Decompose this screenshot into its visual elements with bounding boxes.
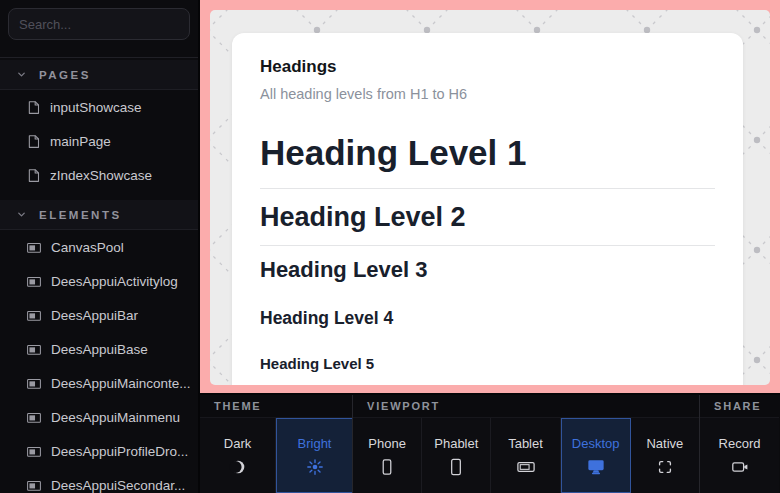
heading-h3: Heading Level 3 (260, 257, 715, 283)
theme-bright-button[interactable]: Bright (276, 418, 352, 493)
section-label: ELEMENTS (39, 209, 122, 221)
share-record-button[interactable]: Record (700, 418, 779, 493)
divider (260, 188, 715, 189)
page-icon (26, 134, 41, 149)
group-label: THEME (214, 400, 262, 412)
search-wrap (0, 0, 198, 48)
button-label: Dark (224, 436, 251, 451)
chevron-down-icon (16, 69, 27, 80)
theme-dark-button[interactable]: Dark (200, 418, 276, 493)
sidebar-item-label: mainPage (50, 134, 111, 149)
phablet-icon (447, 458, 465, 476)
button-row: Record (700, 418, 779, 493)
sidebar-item-deesappuisecondar[interactable]: DeesAppuiSecondar... (0, 468, 198, 493)
viewport-phablet-button[interactable]: Phablet (422, 418, 491, 493)
toolbar-group-theme: THEME Dark Bright (200, 395, 353, 493)
page-icon (26, 100, 41, 115)
toolbar-group-viewport: VIEWPORT Phone Phablet Tablet (353, 395, 700, 493)
divider (260, 245, 715, 246)
chevron-down-icon (16, 209, 27, 220)
heading-h4: Heading Level 4 (260, 308, 715, 329)
group-header: SHARE (700, 395, 779, 418)
sidebar-item-label: DeesAppuiSecondar... (51, 478, 185, 493)
button-label: Phablet (434, 436, 478, 451)
section-header-elements[interactable]: ELEMENTS (0, 200, 198, 230)
element-icon (26, 342, 42, 357)
heading-h2: Heading Level 2 (260, 202, 715, 233)
sidebar-item-zindexshowcase[interactable]: zIndexShowcase (0, 158, 198, 192)
group-label: SHARE (714, 400, 762, 412)
group-header: VIEWPORT (353, 395, 699, 418)
button-row: Dark Bright (200, 418, 352, 493)
preview-card: Headings All heading levels from H1 to H… (232, 33, 743, 385)
toolbar-group-share: SHARE Record (700, 395, 779, 493)
viewport-desktop-button[interactable]: Desktop (561, 418, 631, 493)
sidebar-item-label: DeesAppuiBar (51, 308, 138, 323)
sidebar-item-label: DeesAppuiMainmenu (51, 410, 180, 425)
sidebar-item-deesappuiprofiledro[interactable]: DeesAppuiProfileDro... (0, 434, 198, 468)
tablet-icon (516, 458, 536, 476)
sidebar-item-deesappuibase[interactable]: DeesAppuiBase (0, 332, 198, 366)
sidebar-item-label: DeesAppuiMainconte... (51, 376, 191, 391)
section-header-pages[interactable]: PAGES (0, 60, 198, 90)
element-icon (26, 240, 42, 255)
viewport-tablet-button[interactable]: Tablet (491, 418, 560, 493)
element-icon (26, 308, 42, 323)
sidebar-item-deesappuimainconte[interactable]: DeesAppuiMainconte... (0, 366, 198, 400)
sidebar-item-label: DeesAppuiActivitylog (51, 274, 178, 289)
element-icon (26, 444, 42, 459)
button-label: Native (646, 436, 683, 451)
section-label: PAGES (39, 69, 91, 81)
sidebar-item-deesappuiactivitylog[interactable]: DeesAppuiActivitylog (0, 264, 198, 298)
button-label: Bright (298, 436, 332, 451)
sun-icon (306, 458, 324, 476)
element-icon (26, 410, 42, 425)
bottom-toolbar: THEME Dark Bright (200, 393, 780, 493)
heading-h1: Heading Level 1 (260, 133, 715, 173)
native-icon (656, 458, 674, 476)
sidebar-item-deesappuibar[interactable]: DeesAppuiBar (0, 298, 198, 332)
sidebar-item-label: zIndexShowcase (50, 168, 152, 183)
element-icon (26, 478, 42, 493)
app-window: PAGES inputShowcase mainPage zIndexShowc… (0, 0, 780, 493)
group-label: VIEWPORT (367, 400, 440, 412)
search-input[interactable] (8, 8, 190, 40)
preview-canvas: Headings All heading levels from H1 to H… (210, 10, 770, 385)
sidebar-item-mainpage[interactable]: mainPage (0, 124, 198, 158)
viewport-native-button[interactable]: Native (631, 418, 699, 493)
card-title: Headings (260, 57, 715, 77)
sidebar-item-inputshowcase[interactable]: inputShowcase (0, 90, 198, 124)
sidebar-item-label: DeesAppuiProfileDro... (51, 444, 188, 459)
button-label: Phone (368, 436, 406, 451)
sidebar-item-label: inputShowcase (50, 100, 142, 115)
button-row: Phone Phablet Tablet (353, 418, 699, 493)
card-subtitle: All heading levels from H1 to H6 (260, 86, 715, 102)
sidebar-item-deesappuimainmenu[interactable]: DeesAppuiMainmenu (0, 400, 198, 434)
viewport-phone-button[interactable]: Phone (353, 418, 422, 493)
preview-viewport: Headings All heading levels from H1 to H… (200, 0, 780, 393)
button-label: Desktop (572, 436, 620, 451)
page-icon (26, 168, 41, 183)
moon-icon (229, 458, 247, 476)
phone-icon (378, 458, 396, 476)
record-icon (730, 458, 750, 476)
element-icon (26, 274, 42, 289)
heading-h5: Heading Level 5 (260, 355, 715, 372)
button-label: Tablet (508, 436, 543, 451)
sidebar-item-label: CanvasPool (51, 240, 124, 255)
group-header: THEME (200, 395, 352, 418)
element-icon (26, 376, 42, 391)
button-label: Record (719, 436, 761, 451)
sidebar-item-canvaspool[interactable]: CanvasPool (0, 230, 198, 264)
sidebar-item-label: DeesAppuiBase (51, 342, 148, 357)
sidebar: PAGES inputShowcase mainPage zIndexShowc… (0, 0, 200, 493)
desktop-icon (586, 458, 606, 476)
divider (0, 48, 198, 58)
